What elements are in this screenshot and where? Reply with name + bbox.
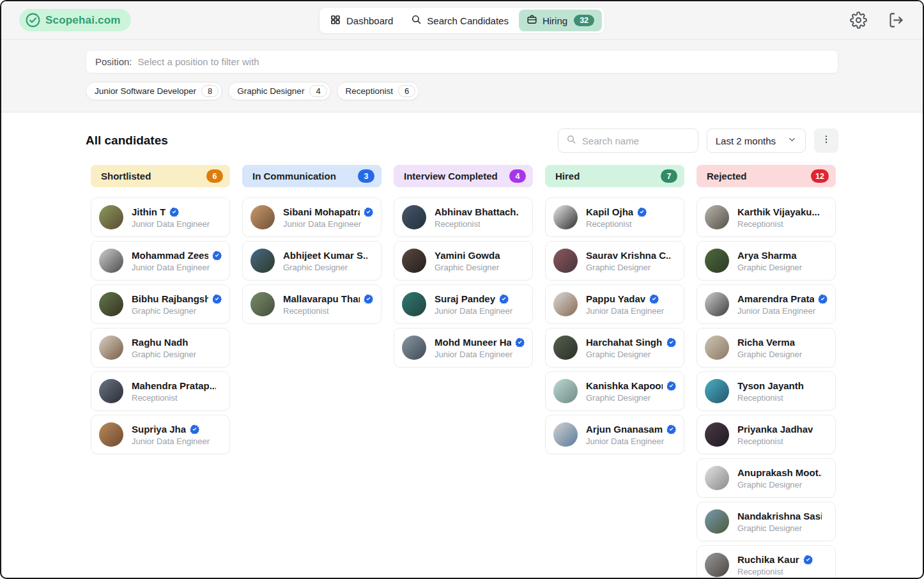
candidate-card[interactable]: Yamini Gowda Graphic Designer xyxy=(394,241,533,281)
main-nav: Dashboard Search Candidates Hiring 32 xyxy=(319,7,605,34)
candidate-card[interactable]: Jithin T Junior Data Engineer xyxy=(91,197,230,237)
candidate-name: Supriya Jha xyxy=(132,424,186,435)
candidate-info: Sibani Mohapatra Junior Data Engineer xyxy=(283,206,373,229)
candidate-avatar xyxy=(250,205,275,229)
candidate-card[interactable]: Anuprakash Moot... Graphic Designer xyxy=(697,458,836,498)
candidate-card[interactable]: Mohammad Zees... Junior Data Engineer xyxy=(91,241,230,281)
candidate-card[interactable]: Tyson Jayanth Receptionist xyxy=(697,371,836,411)
candidate-role: Receptionist xyxy=(737,219,820,229)
nav-item-search-candidates[interactable]: Search Candidates xyxy=(403,10,516,31)
candidate-card[interactable]: Mahendra Pratap... Receptionist xyxy=(91,371,230,411)
hiring-count-badge: 32 xyxy=(574,15,594,26)
more-options-button[interactable] xyxy=(814,128,838,153)
candidate-card[interactable]: Harchahat Singh... Graphic Designer xyxy=(545,328,684,367)
candidate-role: Junior Data Engineer xyxy=(737,306,828,316)
candidate-card[interactable]: Priyanka Jadhav Receptionist xyxy=(697,415,836,454)
candidate-info: Mallavarapu Thar... Receptionist xyxy=(283,293,373,316)
candidate-card[interactable]: Arya Sharma Graphic Designer xyxy=(697,241,836,281)
candidate-avatar xyxy=(402,336,426,360)
candidate-role: Receptionist xyxy=(737,436,813,446)
position-chip[interactable]: Junior Software Developer 8 xyxy=(86,82,222,100)
candidate-avatar xyxy=(705,249,729,273)
position-chip[interactable]: Receptionist 6 xyxy=(337,82,420,100)
search-name-input[interactable] xyxy=(582,135,690,146)
candidate-role: Junior Data Engineer xyxy=(586,306,664,316)
candidate-card[interactable]: Suraj Pandey Junior Data Engineer xyxy=(394,284,533,324)
candidate-name: Abhinav Bhattach... xyxy=(435,206,519,217)
candidate-card[interactable]: Kanishka Kapoor Graphic Designer xyxy=(545,371,684,411)
verified-icon xyxy=(190,424,199,434)
candidate-card[interactable]: Arjun Gnanasamb... Junior Data Engineer xyxy=(545,415,684,454)
candidate-info: Pappu Yadav Junior Data Engineer xyxy=(586,293,664,316)
candidate-card[interactable]: Mohd Muneer Ha... Junior Data Engineer xyxy=(394,328,533,367)
candidate-card[interactable]: Raghu Nadh Graphic Designer xyxy=(91,328,230,367)
candidate-info: Arya Sharma Graphic Designer xyxy=(737,250,802,272)
candidate-avatar xyxy=(99,422,123,447)
position-chip-label: Junior Software Developer xyxy=(95,86,196,96)
candidate-card[interactable]: Amarendra Prata... Junior Data Engineer xyxy=(697,284,836,324)
position-chip[interactable]: Graphic Designer 4 xyxy=(228,82,330,100)
column-header: Rejected 12 xyxy=(697,165,836,187)
candidate-avatar xyxy=(250,249,275,273)
candidate-avatar xyxy=(705,509,729,534)
candidate-role: Junior Data Engineer xyxy=(435,350,525,359)
verified-icon xyxy=(212,251,222,260)
verified-icon xyxy=(364,207,373,217)
candidate-info: Priyanka Jadhav Receptionist xyxy=(737,424,813,446)
column-title: Interview Completed xyxy=(404,171,498,181)
candidate-info: Harchahat Singh... Graphic Designer xyxy=(586,337,676,359)
candidate-card[interactable]: Abhijeet Kumar S... Graphic Designer xyxy=(242,241,381,281)
candidate-info: Karthik Vijayaku... Receptionist xyxy=(737,206,820,229)
candidate-card[interactable]: Kapil Ojha Receptionist xyxy=(545,197,684,237)
candidate-role: Junior Data Engineer xyxy=(132,436,210,446)
nav-item-hiring[interactable]: Hiring 32 xyxy=(519,10,602,31)
candidate-role: Receptionist xyxy=(132,393,216,403)
kebab-icon xyxy=(821,134,831,147)
candidate-card[interactable]: Bibhu Rajbangshi Graphic Designer xyxy=(91,284,230,324)
position-chip-count: 8 xyxy=(201,85,219,97)
logo[interactable]: Scopehai.com xyxy=(19,9,131,31)
position-filter-input[interactable]: Position: Select a position to filter wi… xyxy=(86,50,838,73)
candidate-role: Graphic Designer xyxy=(586,350,676,359)
verified-icon xyxy=(515,337,525,347)
briefcase-icon xyxy=(527,14,537,27)
candidate-info: Jithin T Junior Data Engineer xyxy=(132,206,210,229)
gear-icon[interactable] xyxy=(850,12,867,29)
candidate-role: Graphic Designer xyxy=(435,263,500,272)
candidate-card[interactable]: Pappu Yadav Junior Data Engineer xyxy=(545,284,684,324)
candidate-name: Priyanka Jadhav xyxy=(737,424,813,435)
app-window: Scopehai.com Dashboard Search Candidates… xyxy=(0,0,924,579)
candidate-card[interactable]: Richa Verma Graphic Designer xyxy=(697,328,836,367)
candidate-card[interactable]: Karthik Vijayaku... Receptionist xyxy=(697,197,836,237)
candidate-info: Suraj Pandey Junior Data Engineer xyxy=(435,293,512,316)
candidate-name: Bibhu Rajbangshi xyxy=(132,293,208,304)
column-header: Hired 7 xyxy=(545,165,684,187)
column-title: In Communication xyxy=(252,171,336,181)
candidate-avatar xyxy=(99,379,123,403)
candidate-role: Receptionist xyxy=(283,306,373,316)
candidate-avatar xyxy=(250,292,275,316)
candidates-board: Shortlisted 6 Jithin T Junior Data Engin… xyxy=(1,165,923,579)
logout-icon[interactable] xyxy=(888,12,905,29)
candidate-card[interactable]: Sibani Mohapatra Junior Data Engineer xyxy=(242,197,381,237)
candidate-card[interactable]: Mallavarapu Thar... Receptionist xyxy=(242,284,381,324)
candidate-name: Kapil Ojha xyxy=(586,206,633,217)
candidate-role: Junior Data Engineer xyxy=(435,306,512,316)
nav-item-dashboard[interactable]: Dashboard xyxy=(322,10,401,32)
candidate-role: Receptionist xyxy=(737,567,813,576)
candidate-name: Nandakrishna Sasi xyxy=(737,511,822,521)
date-range-select[interactable]: Last 2 months xyxy=(707,128,806,153)
candidate-name: Pappu Yadav xyxy=(586,293,645,304)
candidate-card[interactable]: Supriya Jha Junior Data Engineer xyxy=(91,415,230,454)
candidate-card[interactable]: Saurav Krishna C... Graphic Designer xyxy=(545,241,684,281)
candidate-role: Graphic Designer xyxy=(586,263,670,272)
candidate-name: Arya Sharma xyxy=(737,250,797,261)
candidate-card[interactable]: Nandakrishna Sasi Graphic Designer xyxy=(697,502,836,541)
candidate-card[interactable]: Ruchika Kaur Receptionist xyxy=(697,545,836,579)
search-name-box[interactable] xyxy=(558,128,698,153)
candidate-role: Junior Data Engineer xyxy=(132,219,210,229)
candidate-role: Graphic Designer xyxy=(586,393,676,403)
candidate-name: Mohammad Zees... xyxy=(132,250,208,261)
search-icon xyxy=(411,14,422,27)
candidate-card[interactable]: Abhinav Bhattach... Receptionist xyxy=(394,197,533,237)
